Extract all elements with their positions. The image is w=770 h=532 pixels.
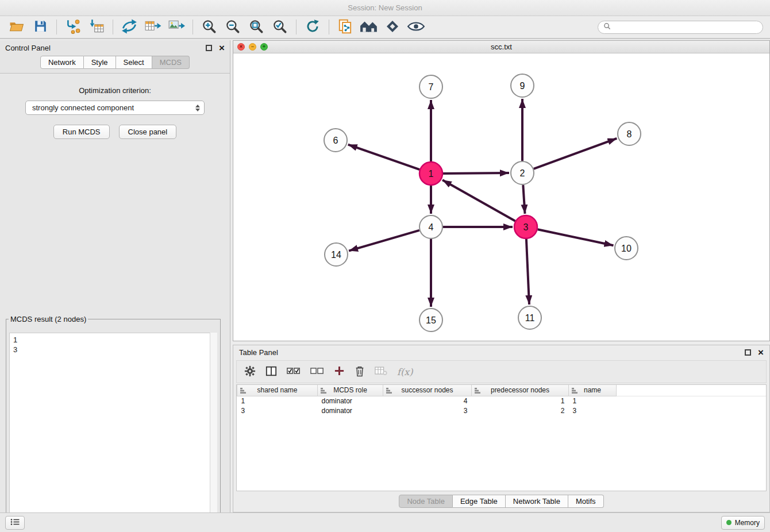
run-mcds-button[interactable]: Run MCDS: [53, 125, 110, 139]
graph-edge-1-6[interactable]: [348, 145, 420, 170]
close-panel-icon[interactable]: ×: [219, 43, 225, 53]
unchecked-boxes-icon: [310, 367, 324, 377]
optimization-criterion-select[interactable]: strongly connected component: [25, 101, 205, 115]
tab-select[interactable]: Select: [116, 56, 152, 69]
add-column-button[interactable]: [334, 365, 345, 378]
table-cell[interactable]: 1: [237, 396, 318, 406]
table-row[interactable]: 3dominator323: [237, 406, 767, 415]
graph-node-7[interactable]: 7: [419, 75, 442, 98]
export-table-button[interactable]: [143, 18, 163, 36]
optimization-criterion-label: Optimization criterion:: [0, 86, 230, 95]
sort-icon: [321, 387, 327, 395]
graph-node-8[interactable]: 8: [618, 122, 641, 145]
table-cell[interactable]: 3: [569, 406, 617, 415]
tab-network[interactable]: Network: [40, 56, 84, 69]
result-scrollbar[interactable]: [210, 333, 217, 532]
table-tab-motifs[interactable]: Motifs: [568, 495, 604, 508]
table-cell[interactable]: 3: [237, 406, 318, 415]
columns-icon: [265, 365, 277, 379]
graph-node-11[interactable]: 11: [518, 306, 541, 329]
delete-table-button[interactable]: [375, 366, 387, 377]
refresh-icon: [305, 18, 321, 36]
table-cell[interactable]: dominator: [318, 396, 383, 406]
function-builder-button[interactable]: f(x): [397, 367, 413, 377]
search-input[interactable]: [614, 23, 757, 31]
table-cell[interactable]: 4: [383, 396, 472, 406]
select-all-button[interactable]: [287, 367, 301, 377]
export-network-button[interactable]: [120, 18, 139, 36]
window-titlebar[interactable]: Session: New Session: [0, 0, 770, 16]
window-minimize-button[interactable]: −: [249, 43, 256, 51]
column-header-name[interactable]: name: [569, 385, 617, 396]
show-panels-button[interactable]: [5, 516, 25, 530]
network-window-titlebar[interactable]: × − + scc.txt: [233, 41, 769, 53]
table-cell[interactable]: 3: [383, 406, 472, 415]
window-close-button[interactable]: ×: [237, 43, 245, 51]
table-row[interactable]: 1dominator411: [237, 396, 767, 406]
column-header-predecessor-nodes[interactable]: predecessor nodes: [472, 385, 569, 396]
show-graphics-details-button[interactable]: [406, 18, 426, 36]
table-cell[interactable]: 2: [472, 406, 569, 415]
table-tab-edge-table[interactable]: Edge Table: [453, 495, 506, 508]
style-brush-icon: [385, 19, 400, 36]
tab-mcds[interactable]: MCDS: [152, 56, 190, 69]
table-settings-button[interactable]: [244, 365, 256, 379]
table-panel: Table Panel ×: [233, 345, 770, 512]
graph-node-6[interactable]: 6: [324, 129, 347, 152]
import-table-button[interactable]: [87, 18, 106, 36]
graph-node-14[interactable]: 14: [325, 243, 348, 266]
graph-edge-3-1[interactable]: [442, 180, 515, 221]
zoom-fit-button[interactable]: [247, 18, 266, 36]
float-panel-icon[interactable]: [206, 45, 212, 51]
select-chevrons-icon: [195, 105, 200, 111]
apply-style-button[interactable]: [383, 18, 402, 36]
graph-edge-3-11[interactable]: [526, 239, 529, 304]
home-button[interactable]: [359, 18, 379, 36]
table-cell[interactable]: 1: [569, 396, 617, 406]
fx-icon: f(x): [397, 367, 413, 377]
node-table-body: 1dominator4113dominator323: [237, 396, 767, 415]
float-table-panel-icon[interactable]: [745, 349, 751, 356]
zoom-out-button[interactable]: [223, 18, 242, 36]
open-session-button[interactable]: [7, 18, 26, 36]
mcds-result-text[interactable]: 1 3: [9, 333, 217, 532]
memory-button[interactable]: Memory: [721, 516, 765, 530]
graph-edge-2-3[interactable]: [523, 185, 525, 214]
column-header-MCDS-role[interactable]: MCDS role: [318, 385, 383, 396]
svg-text:4: 4: [429, 222, 434, 232]
zoom-in-button[interactable]: [199, 18, 219, 36]
close-table-panel-icon[interactable]: ×: [758, 348, 764, 357]
graph-edge-1-2[interactable]: [443, 173, 509, 174]
clone-network-button[interactable]: [336, 18, 355, 36]
column-header-shared-name[interactable]: shared name: [237, 385, 318, 396]
table-cell[interactable]: 1: [472, 396, 569, 406]
window-zoom-button[interactable]: +: [260, 43, 268, 51]
graph-node-1[interactable]: 1: [419, 162, 442, 185]
graph-node-3[interactable]: 3: [514, 215, 537, 238]
graph-edge-3-10[interactable]: [538, 229, 614, 245]
graph-edge-2-8[interactable]: [534, 138, 617, 169]
split-view-button[interactable]: [265, 365, 277, 379]
graph-node-2[interactable]: 2: [511, 161, 534, 184]
close-panel-button[interactable]: Close panel: [119, 125, 177, 139]
export-image-button[interactable]: [167, 18, 186, 36]
delete-columns-button[interactable]: [355, 365, 365, 379]
zoom-selected-button[interactable]: [270, 18, 290, 36]
import-network-button[interactable]: [63, 18, 83, 36]
network-canvas[interactable]: 7968124314101511: [233, 53, 769, 341]
graph-node-4[interactable]: 4: [419, 215, 442, 238]
graph-node-9[interactable]: 9: [511, 74, 534, 97]
column-header-successor-nodes[interactable]: successor nodes: [383, 385, 472, 396]
search-field[interactable]: [598, 21, 763, 34]
table-tab-node-table[interactable]: Node Table: [399, 495, 453, 508]
table-tab-network-table[interactable]: Network Table: [506, 495, 568, 508]
graph-node-15[interactable]: 15: [419, 309, 442, 331]
save-session-button[interactable]: [30, 18, 50, 36]
deselect-all-button[interactable]: [310, 367, 324, 377]
refresh-view-button[interactable]: [303, 18, 322, 36]
tab-style[interactable]: Style: [84, 56, 116, 69]
table-cell[interactable]: dominator: [318, 406, 383, 415]
graph-edge-4-14[interactable]: [349, 230, 419, 251]
zoom-in-icon: [201, 18, 217, 36]
graph-node-10[interactable]: 10: [615, 237, 638, 260]
